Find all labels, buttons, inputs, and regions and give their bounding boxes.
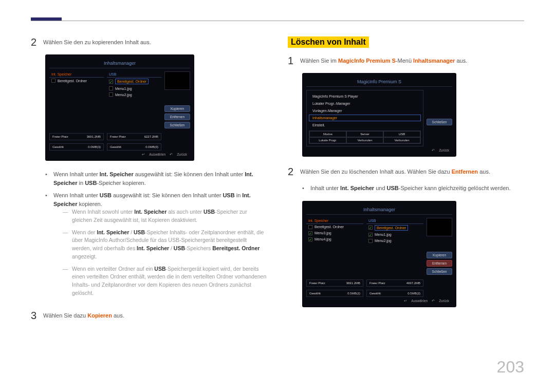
tab-usb: USB [107,71,161,78]
step-number: 2 [31,36,43,48]
step-text: Wählen Sie den zu kopierenden Inhalt aus… [43,36,151,47]
bullet-list: Wenn Inhalt unter Int. Speicher ausgewäh… [45,170,267,302]
copy-button: Kopieren [164,105,190,112]
checkbox-checked-icon [308,231,312,235]
step-2: 2 Wählen Sie den zu kopierenden Inhalt a… [31,36,267,48]
enter-icon: ↵ [142,153,145,156]
step-2-right: 2 Wählen Sie den zu löschenden Inhalt au… [288,166,524,178]
dash-item: Wenn ein verteilter Ordner auf ein USB-S… [63,265,267,297]
bullet-list: Inhalt unter Int. Speicher und USB-Speic… [302,184,524,193]
screenshot-inhaltsmanager-copy: Inhaltsmanager Int. Speicher Bereitgest.… [45,54,194,161]
back-icon: ↶ [170,153,173,156]
step-3: 3 Wählen Sie dazu Kopieren aus. [31,310,267,322]
checkbox-icon [308,225,312,229]
checkbox-checked-icon [368,233,373,237]
screenshot-inhaltsmanager-delete: Inhaltsmanager Int. Speicher Bereitgest.… [302,201,456,307]
dash-item: Wenn Inhalt sowohl unter Int. Speicher a… [63,208,267,225]
checkbox-icon [109,86,113,90]
screenshot-title: Inhaltsmanager [306,205,452,215]
checkbox-checked-icon [308,237,312,241]
tab-usb: USB [366,218,423,224]
close-button: Schließen [427,119,452,125]
close-button: Schließen [164,122,190,128]
header-rule [31,21,524,21]
remove-button: Entfernen [164,114,190,120]
checkbox-icon [368,239,373,243]
right-column: Löschen von Inhalt 1 Wählen Sie im Magic… [288,36,524,328]
tab-int-speicher: Int. Speicher [306,218,363,224]
step-1: 1 Wählen Sie im MagicInfo Premium S-Menü… [288,55,524,67]
left-column: 2 Wählen Sie den zu kopierenden Inhalt a… [31,36,267,328]
checkbox-checked-icon [368,226,373,230]
screenshot-magicinfo-menu: MagicInfo Premium S MagicInfo Premium S … [302,73,456,157]
close-button: Schließen [427,268,452,275]
enter-icon: ↵ [404,299,407,303]
remove-button: Entfernen [427,260,452,267]
dash-item: Wenn der Int. Speicher / USB-Speicher In… [63,229,267,261]
step-number: 3 [31,310,43,322]
checkbox-icon [109,92,113,97]
step-number: 2 [288,166,300,178]
screenshot-title: Inhaltsmanager [49,59,190,68]
page-number: 203 [497,358,524,377]
checkbox-checked-icon [109,80,113,84]
step-number: 1 [288,55,300,67]
section-heading: Löschen von Inhalt [288,36,369,48]
back-icon: ↶ [432,299,435,303]
thumbnail-placeholder [427,218,452,236]
thumbnail-placeholder [164,71,190,90]
copy-button: Kopieren [427,252,452,258]
menu-item-inhaltsmanager: Inhaltsmanager [309,115,421,121]
tab-int-speicher: Int. Speicher [49,71,104,78]
screenshot-title: MagicInfo Premium S [306,77,452,87]
bullet-item: Wenn Inhalt unter USB ausgewählt ist: Si… [45,191,267,302]
bullet-item: Inhalt unter Int. Speicher und USB-Speic… [302,184,524,193]
checkbox-icon [51,79,55,83]
bullet-item: Wenn Inhalt unter Int. Speicher ausgewäh… [45,170,267,187]
back-icon: ↶ [432,148,435,152]
